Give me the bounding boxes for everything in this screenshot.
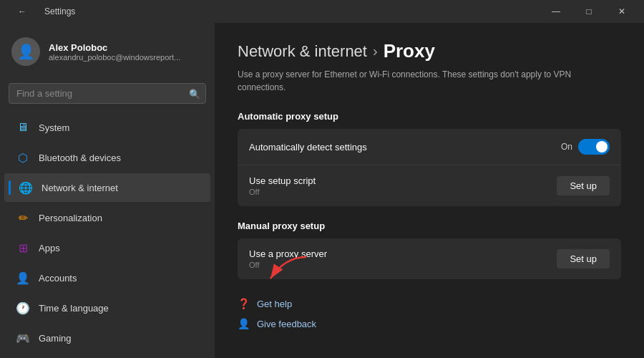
proxy-server-label: Use a proxy server Off [249, 248, 327, 269]
titlebar: ← Settings — □ ✕ [0, 0, 644, 23]
automatic-section-title: Automatic proxy setup [238, 111, 621, 122]
app-body: 👤 Alex Poloboc alexandru_poloboc@windows… [0, 23, 644, 358]
avatar: 👤 [11, 37, 40, 66]
sidebar-item-label: Gaming [39, 333, 72, 344]
auto-detect-toggle[interactable] [578, 139, 610, 155]
accounts-icon: 👤 [16, 271, 30, 285]
sidebar-item-label: Apps [39, 243, 60, 253]
bluetooth-icon: ⬡ [16, 150, 30, 165]
sidebar-item-system[interactable]: 🖥 System [4, 113, 210, 142]
profile-info: Alex Poloboc alexandru_poloboc@windowsre… [49, 42, 180, 62]
profile-email: alexandru_poloboc@windowsreport... [49, 53, 180, 62]
profile-name: Alex Poloboc [49, 42, 180, 53]
breadcrumb-parent: Network & internet [238, 42, 367, 61]
sidebar-item-time[interactable]: 🕐 Time & language [4, 294, 210, 322]
maximize-button[interactable]: □ [572, 0, 605, 23]
proxy-server-row: Use a proxy server Off [238, 238, 621, 279]
sidebar-item-apps[interactable]: ⊞ Apps [4, 233, 210, 262]
manual-section-title: Manual proxy setup [238, 221, 621, 231]
sidebar-item-label: Bluetooth & devices [39, 153, 121, 163]
toggle-on-label: On [561, 142, 572, 152]
sidebar-item-label: System [39, 122, 69, 133]
window-controls: — □ ✕ [540, 0, 638, 23]
proxy-server-setup-button[interactable]: Set up [557, 249, 610, 268]
app-title: Settings [44, 6, 75, 16]
get-help-icon: ❓ [238, 298, 250, 309]
search-icon: 🔍 [189, 88, 200, 99]
time-icon: 🕐 [16, 301, 30, 315]
breadcrumb: Network & internet › Proxy [238, 40, 621, 62]
setup-script-button[interactable]: Set up [557, 176, 610, 195]
search-input[interactable] [9, 83, 206, 104]
network-icon: 🌐 [19, 180, 33, 195]
close-button[interactable]: ✕ [605, 0, 638, 23]
main-content: Network & internet › Proxy Use a proxy s… [215, 23, 644, 358]
get-help-label: Get help [257, 299, 292, 309]
give-feedback-link[interactable]: 👤 Give feedback [238, 314, 621, 334]
search-box: 🔍 [9, 83, 206, 104]
personalization-icon: ✏ [16, 211, 30, 225]
sidebar-item-accessibility[interactable]: ♿ Accessibility [4, 354, 210, 358]
breadcrumb-current: Proxy [384, 40, 435, 62]
give-feedback-label: Give feedback [257, 319, 316, 329]
sidebar-item-accounts[interactable]: 👤 Accounts [4, 263, 210, 292]
gaming-icon: 🎮 [16, 331, 30, 345]
sidebar: 👤 Alex Poloboc alexandru_poloboc@windows… [0, 23, 215, 358]
auto-detect-row: Automatically detect settings On [238, 129, 621, 165]
sidebar-item-label: Time & language [39, 303, 109, 314]
auto-detect-toggle-wrap: On [561, 139, 610, 155]
apps-icon: ⊞ [16, 241, 30, 255]
sidebar-item-personalization[interactable]: ✏ Personalization [4, 203, 210, 232]
sidebar-item-label: Accounts [39, 273, 77, 284]
sidebar-item-network[interactable]: 🌐 Network & internet [4, 173, 210, 202]
page-description: Use a proxy server for Ethernet or Wi-Fi… [238, 68, 595, 94]
setup-script-row: Use setup script Off Set up [238, 165, 621, 206]
back-button[interactable]: ← [6, 0, 39, 23]
automatic-proxy-card: Automatically detect settings On Use set… [238, 129, 621, 206]
setup-script-label: Use setup script Off [249, 175, 316, 196]
sidebar-profile: 👤 Alex Poloboc alexandru_poloboc@windows… [0, 23, 215, 77]
get-help-link[interactable]: ❓ Get help [238, 294, 621, 314]
sidebar-item-bluetooth[interactable]: ⬡ Bluetooth & devices [4, 143, 210, 172]
system-icon: 🖥 [16, 120, 30, 135]
auto-detect-label: Automatically detect settings [249, 142, 367, 153]
breadcrumb-separator: › [373, 43, 378, 59]
sidebar-item-label: Network & internet [42, 183, 118, 193]
sidebar-item-label: Personalization [39, 213, 102, 223]
proxy-server-sublabel: Off [249, 261, 327, 269]
help-links: ❓ Get help 👤 Give feedback [238, 294, 621, 334]
minimize-button[interactable]: — [540, 0, 572, 23]
give-feedback-icon: 👤 [238, 318, 250, 329]
sidebar-item-gaming[interactable]: 🎮 Gaming [4, 324, 210, 352]
manual-proxy-card: Use a proxy server Off [238, 238, 621, 279]
